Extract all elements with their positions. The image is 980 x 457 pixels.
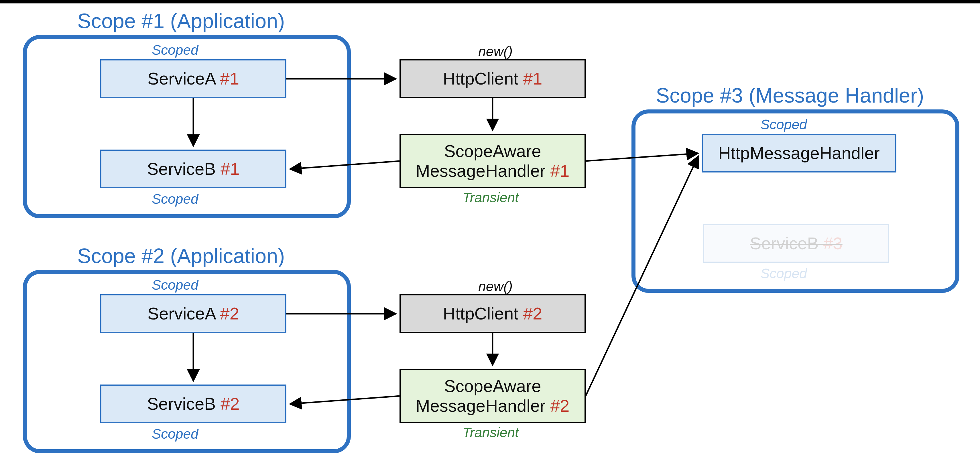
scoped-tag: Scoped (760, 116, 807, 132)
scope-1-title: Scope #1 (Application) (77, 9, 285, 33)
http-message-handler: HttpMessageHandler (702, 134, 896, 172)
http-client-2: HttpClient #2 (399, 294, 585, 333)
service-a-1: ServiceA #1 (100, 59, 286, 98)
service-a-2: ServiceA #2 (100, 294, 286, 333)
scope-aware-handler-1: ScopeAwareMessageHandler #1 (399, 134, 585, 188)
scope-2-title: Scope #2 (Application) (77, 244, 285, 268)
scoped-tag: Scoped (152, 426, 199, 442)
scoped-tag: Scoped (152, 42, 199, 58)
new-tag: new() (478, 43, 512, 59)
scope-3-title: Scope #3 (Message Handler) (656, 84, 924, 107)
service-b-2: ServiceB #2 (100, 384, 286, 423)
scoped-tag-faded: Scoped (760, 266, 807, 281)
scoped-tag: Scoped (152, 191, 199, 207)
new-tag: new() (478, 279, 512, 294)
http-client-1: HttpClient #1 (399, 59, 585, 98)
scoped-tag: Scoped (152, 277, 199, 293)
transient-tag: Transient (463, 189, 519, 205)
service-b-1: ServiceB #1 (100, 150, 286, 188)
scope-aware-handler-2: ScopeAwareMessageHandler #2 (399, 369, 585, 423)
service-b-3-faded: ServiceB #3 (703, 224, 889, 263)
transient-tag: Transient (463, 425, 519, 440)
